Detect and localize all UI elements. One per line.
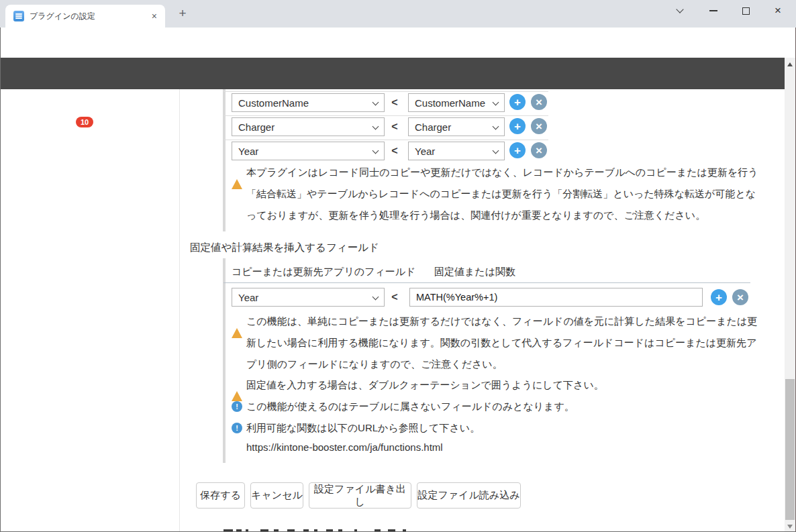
window-minimize-button[interactable] — [698, 0, 729, 21]
mapping-dest-select[interactable]: CustomerName — [408, 93, 505, 112]
functions-url: https://kintone-booster.com/ja/functions… — [246, 441, 443, 453]
warning-icon — [232, 380, 243, 390]
scroll-up-arrow-icon[interactable] — [787, 62, 793, 66]
fixed-group-rule — [223, 258, 226, 463]
chevron-down-icon — [493, 123, 499, 130]
chevron-down-icon — [372, 148, 379, 154]
table-header-underline — [223, 282, 750, 283]
scroll-down-arrow-icon[interactable] — [787, 525, 793, 529]
mapping-dest-select[interactable]: Charger — [408, 117, 505, 136]
remove-row-button[interactable]: × — [531, 94, 547, 110]
add-row-button[interactable]: + — [509, 118, 526, 134]
column-header-field: コピーまたは更新先アプリのフィールド — [232, 266, 416, 278]
window-close-button[interactable]: × — [762, 0, 793, 21]
column-header-value: 固定値または関数 — [434, 266, 515, 278]
scrollbar-thumb[interactable] — [785, 379, 795, 520]
direction-symbol: < — [389, 145, 401, 157]
notification-badge: 10 — [76, 117, 93, 127]
direction-symbol: < — [389, 291, 401, 303]
mapping-source-select[interactable]: Year — [232, 142, 385, 160]
mapping-source-select[interactable]: CustomerName — [232, 93, 385, 112]
chevron-down-icon — [493, 99, 499, 106]
import-config-button[interactable]: 設定ファイル読み込み — [417, 482, 521, 509]
warning-icon — [232, 168, 243, 178]
fixed-field-select[interactable]: Year — [232, 288, 385, 307]
info-icon: ! — [232, 401, 243, 412]
save-button[interactable]: 保存する — [196, 482, 245, 509]
cancel-button[interactable]: キャンセル — [250, 482, 303, 509]
section-title: 固定値や計算結果を挿入するフィールド — [190, 241, 379, 255]
fixed-note-1: この機能は、単純にコピーまたは更新するだけではなく、フィールドの値を元に計算した… — [246, 311, 764, 375]
direction-symbol: < — [389, 121, 401, 133]
mapping-source-select[interactable]: Charger — [232, 117, 385, 136]
chevron-down-icon — [372, 99, 379, 106]
remove-row-button[interactable]: × — [531, 142, 547, 158]
window-edge-left — [0, 28, 1, 532]
remove-row-button[interactable]: × — [531, 118, 547, 134]
window-menu-chevron-icon[interactable] — [664, 0, 695, 21]
add-row-button[interactable]: + — [509, 142, 526, 158]
warning-icon — [232, 317, 243, 327]
plugin-config-content: CustomerName < CustomerName + × Charger … — [0, 89, 785, 532]
tab-title: プラグインの設定 — [30, 11, 149, 22]
browser-toolbar: pandafirm.cybozu.com/k/admin/app/1814/pl… — [0, 28, 796, 58]
chevron-down-icon — [372, 294, 379, 301]
new-tab-button[interactable]: + — [173, 4, 192, 23]
chevron-down-icon — [372, 123, 379, 130]
remove-row-button[interactable]: × — [732, 289, 748, 305]
add-row-button[interactable]: + — [509, 94, 526, 110]
add-row-button[interactable]: + — [711, 289, 727, 305]
fixed-note-3: この機能が使えるのはテーブルに属さないフィールドのみとなります。 — [246, 401, 575, 413]
tab-close-icon[interactable]: × — [149, 11, 160, 21]
direction-symbol: < — [389, 97, 401, 109]
fixed-note-4: 利用可能な関数は以下のURLから参照して下さい。 — [246, 422, 480, 435]
page-scrollbar[interactable] — [785, 58, 795, 532]
tab-favicon-icon — [13, 11, 24, 21]
fixed-note-2: 固定値を入力する場合は、ダブルクォーテーションで囲うようにして下さい。 — [246, 379, 604, 392]
formula-input[interactable] — [409, 288, 703, 307]
browser-tab-strip: プラグインの設定 × + × — [0, 0, 796, 28]
chevron-down-icon — [493, 148, 499, 154]
browser-tab[interactable]: プラグインの設定 × — [5, 5, 165, 28]
export-config-button[interactable]: 設定ファイル書き出し — [309, 482, 411, 509]
kintone-header: 10 ★ ? — [0, 58, 785, 89]
mapping-dest-select[interactable]: Year — [408, 142, 505, 160]
mapping-note: 本プラグインはレコード同士のコピーや更新だけではなく、レコードからテーブルへのコ… — [246, 162, 764, 226]
left-panel-divider — [179, 89, 180, 532]
window-maximize-button[interactable] — [730, 0, 761, 21]
mapping-group-rule — [223, 89, 226, 231]
info-icon: ! — [232, 423, 243, 433]
